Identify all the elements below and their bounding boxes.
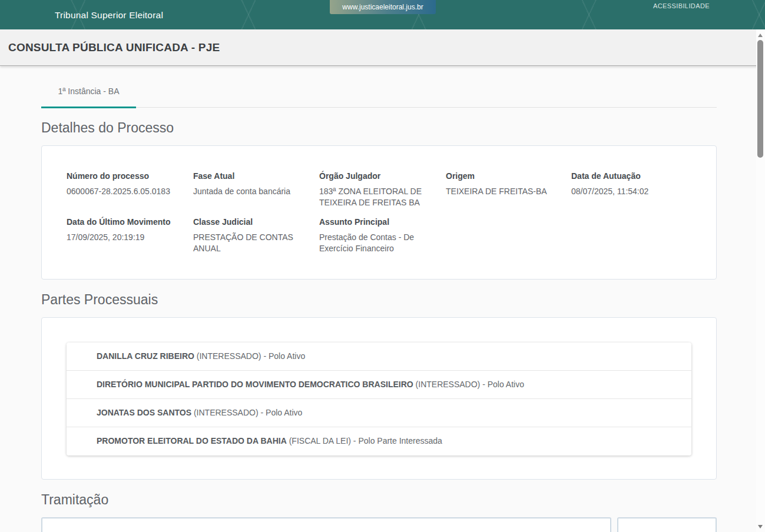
tab-bar: 1ª Instância - BA (41, 66, 717, 108)
field-assunto-principal: Assunto Principal Prestação de Contas - … (319, 217, 446, 254)
party-row: DIRETÓRIO MUNICIPAL PARTIDO DO MOVIMENTO… (67, 371, 691, 399)
screen: Tribunal Superior Eleitoral www.justicae… (0, 0, 765, 532)
justica-eleitoral-url-badge[interactable]: www.justicaeleitoral.jus.br (330, 0, 436, 14)
party-row: DANILLA CRUZ RIBEIRO (INTERESSADO) - Pol… (67, 343, 691, 371)
party-role: (INTERESSADO) - Polo Ativo (413, 380, 524, 389)
field-value: PRESTAÇÃO DE CONTAS ANUAL (193, 232, 300, 254)
details-section-heading: Detalhes do Processo (41, 119, 717, 136)
parties-card: DANILLA CRUZ RIBEIRO (INTERESSADO) - Pol… (41, 317, 717, 480)
page-title: CONSULTA PÚBLICA UNIFICADA - PJE (8, 41, 220, 54)
details-fields-grid: Número do processo 0600067-28.2025.6.05.… (67, 171, 716, 254)
field-classe-judicial: Classe Judicial PRESTAÇÃO DE CONTAS ANUA… (193, 217, 319, 254)
party-name: DANILLA CRUZ RIBEIRO (97, 351, 194, 361)
field-value: 0600067-28.2025.6.05.0183 (67, 186, 174, 197)
field-label: Assunto Principal (319, 217, 427, 227)
field-value: Juntada de conta bancária (193, 186, 300, 197)
scroll-up-arrow-icon[interactable] (758, 34, 763, 37)
field-data-autuacao: Data de Autuação 08/07/2025, 11:54:02 (571, 171, 716, 208)
title-bar: CONSULTA PÚBLICA UNIFICADA - PJE (0, 29, 765, 66)
accessibility-link[interactable]: ACESSIBILIDADE (653, 2, 710, 9)
scroll-down-arrow-icon[interactable] (758, 525, 763, 528)
field-value: 183ª ZONA ELEITORAL DE TEIXEIRA DE FREIT… (319, 186, 427, 208)
field-value: 08/07/2025, 11:54:02 (571, 186, 697, 197)
app-header: Tribunal Superior Eleitoral www.justicae… (0, 0, 765, 29)
party-name: PROMOTOR ELEITORAL DO ESTADO DA BAHIA (97, 436, 287, 445)
process-details-card: Número do processo 0600067-28.2025.6.05.… (41, 145, 717, 280)
parties-section-heading: Partes Processuais (41, 291, 717, 308)
tab-1a-instancia-ba[interactable]: 1ª Instância - BA (41, 66, 136, 108)
field-label: Origem (446, 171, 552, 181)
field-value: TEIXEIRA DE FREITAS-BA (446, 186, 552, 197)
field-label: Data do Último Movimento (67, 217, 174, 227)
field-label: Órgão Julgador (319, 171, 427, 181)
field-orgao-julgador: Órgão Julgador 183ª ZONA ELEITORAL DE TE… (319, 171, 446, 208)
field-origem: Origem TEIXEIRA DE FREITAS-BA (446, 171, 571, 208)
scrollbar-thumb[interactable] (757, 40, 763, 158)
tramitacao-section-heading: Tramitação (41, 491, 717, 508)
party-name: DIRETÓRIO MUNICIPAL PARTIDO DO MOVIMENTO… (97, 380, 413, 389)
party-name: JONATAS DOS SANTOS (97, 408, 191, 417)
field-numero-processo: Número do processo 0600067-28.2025.6.05.… (67, 171, 193, 208)
party-list: DANILLA CRUZ RIBEIRO (INTERESSADO) - Pol… (67, 343, 691, 455)
party-role: (INTERESSADO) - Polo Ativo (191, 408, 302, 417)
main-content: 1ª Instância - BA Detalhes do Processo N… (41, 66, 717, 532)
tramitacao-panels (41, 517, 717, 532)
field-label: Número do processo (67, 171, 174, 181)
party-role: (INTERESSADO) - Polo Ativo (194, 351, 305, 361)
field-value: Prestação de Contas - De Exercício Finan… (319, 232, 427, 254)
field-label: Classe Judicial (193, 217, 300, 227)
field-label: Fase Atual (193, 171, 300, 181)
field-fase-atual: Fase Atual Juntada de conta bancária (193, 171, 319, 208)
party-role: (FISCAL DA LEI) - Polo Parte Interessada (287, 436, 442, 445)
tramitacao-timeline-panel (41, 517, 611, 532)
field-value: 17/09/2025, 20:19:19 (67, 232, 174, 243)
party-row: JONATAS DOS SANTOS (INTERESSADO) - Polo … (67, 399, 691, 427)
field-label: Data de Autuação (571, 171, 697, 181)
vertical-scrollbar[interactable] (756, 29, 765, 532)
field-data-ultimo-movimento: Data do Último Movimento 17/09/2025, 20:… (67, 217, 193, 254)
party-row: PROMOTOR ELEITORAL DO ESTADO DA BAHIA (F… (67, 427, 691, 455)
brand-title: Tribunal Superior Eleitoral (55, 10, 163, 21)
tramitacao-side-panel (617, 517, 717, 532)
